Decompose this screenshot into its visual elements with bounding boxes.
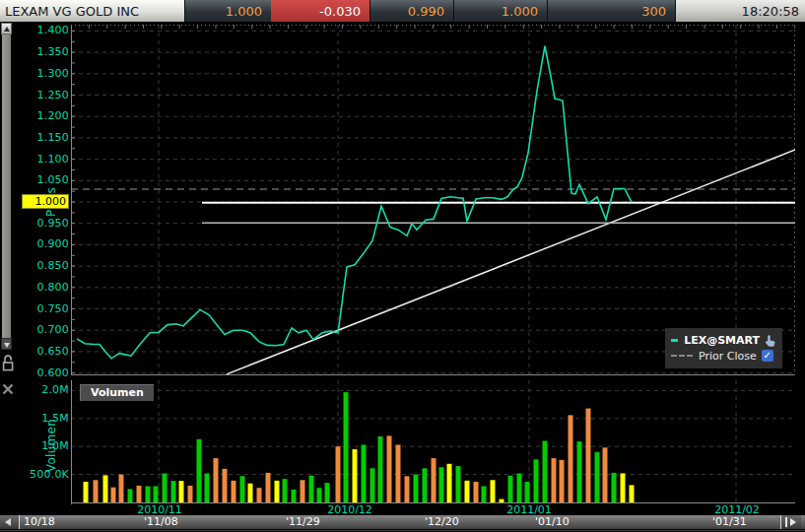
scrollbar-date-label: 10/18 — [24, 515, 55, 529]
volume-bar — [146, 487, 151, 502]
price-chart-plot[interactable] — [71, 25, 795, 375]
volume-bar — [387, 435, 392, 502]
scrollbar-date-label: '01/10 — [535, 515, 570, 529]
volume-bar — [500, 499, 504, 502]
volume-bar — [197, 439, 202, 502]
bid-price-field: 0.990 — [369, 0, 453, 22]
trade-size-field: 300 — [547, 0, 675, 22]
volume-bar — [534, 459, 539, 502]
series-line-swatch — [671, 339, 678, 342]
triangle-up-icon — [4, 27, 10, 32]
instrument-title: LEXAM VG GOLD INC — [0, 0, 184, 22]
scrollbar-date-label: '12/20 — [425, 515, 459, 529]
volume-bar — [223, 469, 228, 502]
volume-bar — [439, 467, 444, 502]
price-tick-label: 1.350 — [22, 45, 69, 59]
triangle-right-icon — [790, 518, 796, 526]
volume-bar — [456, 466, 461, 502]
volume-bar — [353, 449, 358, 502]
price-tick-label: 0.650 — [22, 345, 69, 359]
current-price-tag: 1.000 — [22, 194, 69, 209]
legend-prior-close-label: Prior Close — [699, 350, 757, 363]
volume-bar — [301, 480, 305, 502]
lock-icon[interactable] — [1, 354, 15, 376]
volume-bar — [171, 481, 176, 502]
legend-prior-close-row[interactable]: Prior Close ✓ — [671, 348, 776, 364]
volume-bar — [474, 482, 479, 502]
volume-bar — [577, 441, 582, 502]
volume-bar — [137, 486, 142, 502]
triangle-down-icon — [4, 343, 10, 348]
volume-bar — [447, 464, 452, 502]
price-tick-label: 0.800 — [22, 281, 69, 295]
volume-bar — [465, 481, 470, 502]
price-tick-label: 1.050 — [22, 173, 69, 187]
volume-bar — [248, 484, 253, 502]
volume-bar — [508, 476, 513, 502]
volume-bar — [266, 473, 271, 502]
legend-series-label: LEX@SMART — [684, 334, 760, 347]
price-tick-label: 1.300 — [22, 67, 69, 81]
price-tick-label: 1.100 — [22, 153, 69, 166]
volume-bar — [232, 481, 236, 502]
volume-bar — [362, 444, 367, 502]
volume-bar — [179, 481, 184, 502]
horizontal-scrollbar[interactable]: 10/18'11/08'11/29'12/20'01/10'01/31 — [0, 515, 805, 529]
scroll-right-button[interactable] — [780, 515, 801, 529]
volume-bar — [595, 452, 600, 502]
volume-bar — [525, 482, 530, 502]
volume-bar — [205, 473, 210, 502]
volume-bar — [543, 441, 548, 502]
prior-close-dash-swatch — [671, 355, 693, 357]
vertical-scroll-down-button[interactable] — [1, 338, 12, 350]
volume-bar — [240, 476, 245, 502]
volume-bar — [283, 479, 288, 502]
price-change-field: -0.030 — [271, 0, 369, 22]
vertical-scrollbar[interactable] — [2, 34, 11, 338]
volume-bar — [103, 475, 108, 502]
prior-close-checkbox[interactable]: ✓ — [762, 350, 773, 362]
legend-series-row[interactable]: LEX@SMART — [671, 332, 776, 348]
volume-bar — [586, 409, 591, 502]
price-tick-label: 1.250 — [22, 89, 69, 102]
close-icon[interactable] — [2, 380, 14, 399]
volume-bar — [84, 482, 89, 502]
volume-bar — [163, 473, 168, 502]
volume-panel-label: Volumen — [80, 384, 154, 401]
volume-bar — [370, 468, 375, 502]
volume-bar — [128, 489, 133, 502]
scroll-left-button[interactable] — [0, 515, 20, 529]
volume-bar — [423, 468, 428, 502]
volume-bar — [621, 473, 626, 502]
price-tick-label: 0.850 — [22, 259, 69, 273]
scrollbar-date-label: '01/31 — [712, 515, 747, 529]
volume-bar — [603, 447, 608, 502]
hand-cursor-icon — [765, 334, 776, 347]
price-tick-label: 0.600 — [22, 366, 69, 380]
volume-bar — [119, 475, 124, 502]
volume-bar — [630, 485, 635, 502]
volume-axis-title: Volumen — [44, 419, 58, 472]
price-tick-label: 1.400 — [22, 24, 69, 37]
volume-bar — [396, 444, 401, 502]
scroll-end-bar-icon — [785, 517, 787, 527]
terminal-window: LEXAM VG GOLD INC 1.000 -0.030 0.990 1.0… — [0, 0, 805, 532]
price-tick-label: 0.750 — [22, 302, 69, 316]
volume-bar — [482, 487, 487, 502]
volume-bar — [317, 488, 322, 502]
volume-bar — [378, 436, 383, 502]
volume-bar — [188, 486, 193, 502]
volume-bar — [552, 458, 557, 502]
volume-bar — [111, 488, 116, 502]
volume-bar — [336, 446, 341, 502]
chart-legend: LEX@SMART Prior Close ✓ — [665, 328, 782, 368]
volume-bar — [344, 392, 349, 502]
volume-tick-label: 2.0M — [22, 383, 69, 397]
bottom-border — [0, 530, 805, 531]
price-tick-label: 0.900 — [22, 237, 69, 251]
quote-bar: LEXAM VG GOLD INC 1.000 -0.030 0.990 1.0… — [0, 0, 805, 22]
volume-bar — [94, 480, 99, 502]
volume-chart-plot[interactable] — [71, 380, 795, 504]
scrollbar-date-label: '11/29 — [286, 515, 320, 529]
vertical-scroll-up-button[interactable] — [1, 23, 12, 34]
